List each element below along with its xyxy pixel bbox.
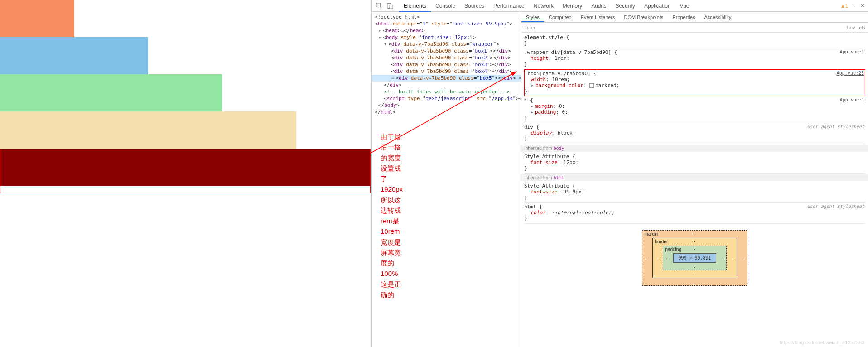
tab-console[interactable]: Console: [431, 0, 460, 12]
rule-element-style[interactable]: element.style { }: [524, 34, 865, 48]
rule-html-ua[interactable]: user agent stylesheet html { color: -int…: [524, 203, 865, 224]
tab-sources[interactable]: Sources: [460, 0, 489, 12]
rule-universal[interactable]: App.vue:1 * { ▸margin: 0; ▸padding: 0; }: [524, 96, 865, 123]
warning-badge[interactable]: ▲1: [840, 3, 848, 9]
styles-filter-input[interactable]: [524, 25, 579, 30]
tab-network[interactable]: Network: [529, 0, 558, 12]
stab-dom-breakpoints[interactable]: DOM Breakpoints: [620, 12, 668, 22]
inherited-from-body: Inherited from body: [521, 145, 868, 152]
watermark: https://blog.csdn.net/weixin_41257563: [780, 340, 864, 345]
box1: [0, 0, 74, 37]
annotation-text: 由于最后一格的宽度设置成了1920px 所以这边转成rem是10rem 宽度是屏…: [381, 131, 403, 300]
box3: [0, 74, 222, 111]
device-toolbar-icon[interactable]: [386, 2, 394, 10]
rule-body-style-attr[interactable]: Style Attribute { font-size: 12px; }: [524, 153, 865, 174]
inspect-element-icon[interactable]: [376, 2, 383, 10]
box4: [0, 111, 296, 149]
devtools-toolbar: Elements Console Sources Performance Net…: [372, 0, 868, 12]
rule-div-ua[interactable]: user agent stylesheet div { display: blo…: [524, 123, 865, 144]
hov-toggle[interactable]: :hov: [846, 25, 855, 30]
devtools-panel: Elements Console Sources Performance Net…: [371, 0, 868, 347]
devtools-main-tabs: Elements Console Sources Performance Net…: [399, 0, 840, 12]
rule-html-style-attr[interactable]: Style Attribute { font-size: 99.9px; }: [524, 182, 865, 203]
inherited-from-html: Inherited from html: [521, 174, 868, 181]
tab-application[interactable]: Application: [640, 0, 675, 12]
box2: [0, 37, 148, 74]
stab-computed[interactable]: Computed: [544, 12, 576, 22]
tab-security[interactable]: Security: [611, 0, 640, 12]
stab-properties[interactable]: Properties: [668, 12, 699, 22]
tab-performance[interactable]: Performance: [489, 0, 529, 12]
tab-memory[interactable]: Memory: [558, 0, 587, 12]
stab-accessibility[interactable]: Accessibility: [700, 12, 736, 22]
stab-styles[interactable]: Styles: [521, 12, 544, 22]
box-model-content-size: 999 × 99.891: [673, 253, 716, 263]
styles-sub-tabs: Styles Computed Event Listeners DOM Brea…: [521, 12, 868, 23]
rendered-page-preview: 由于最后一格的宽度设置成了1920px 所以这边转成rem是10rem 宽度是屏…: [0, 0, 371, 347]
styles-panel: Styles Computed Event Listeners DOM Brea…: [521, 12, 868, 347]
tab-audits[interactable]: Audits: [587, 0, 611, 12]
close-icon[interactable]: ✕: [860, 3, 864, 9]
rule-wrapper-div[interactable]: App.vue:1 .wrapper div[data-v-7ba5bd90] …: [524, 48, 865, 69]
selected-dom-node[interactable]: <div data-v-7ba5bd90 class="box5"></div>…: [372, 75, 521, 82]
kebab-menu-icon[interactable]: ⋮: [852, 3, 857, 9]
tab-elements[interactable]: Elements: [399, 0, 431, 12]
svg-rect-3: [390, 5, 393, 9]
rule-box5[interactable]: App.vue:25 .box5[data-v-7ba5bd90] { widt…: [524, 69, 865, 96]
tab-vue[interactable]: Vue: [675, 0, 694, 12]
stab-event-listeners[interactable]: Event Listeners: [576, 12, 620, 22]
box5: [0, 149, 371, 186]
box-model-diagram[interactable]: margin ---- border ---- padding ---- 999…: [521, 225, 868, 291]
cls-toggle[interactable]: .cls: [858, 25, 866, 30]
